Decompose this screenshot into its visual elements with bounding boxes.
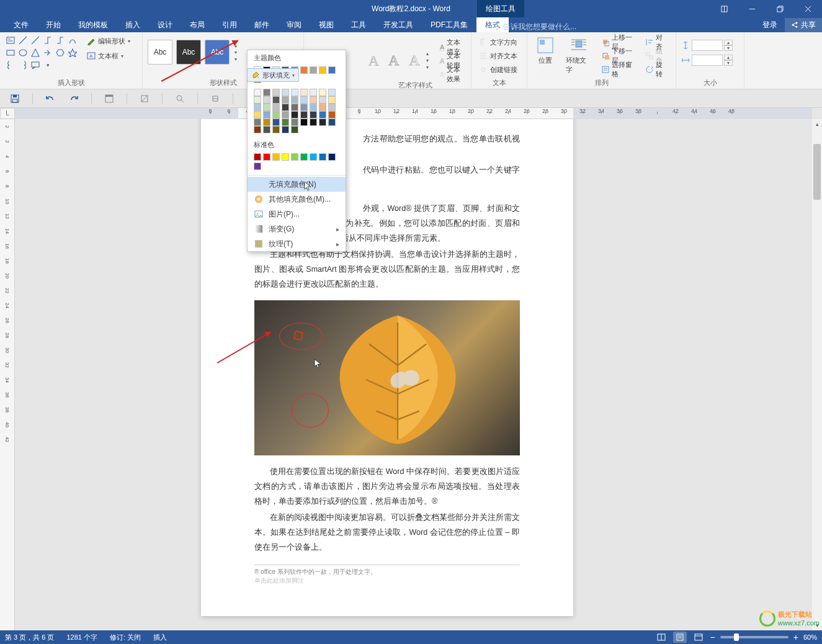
color-swatch[interactable] bbox=[263, 96, 270, 104]
shape-line2-icon[interactable] bbox=[30, 35, 41, 46]
styles-scroll-down[interactable]: ▾ bbox=[235, 50, 237, 55]
color-swatch[interactable] bbox=[272, 104, 280, 111]
tell-me-search[interactable]: 告诉我您想要做什么... bbox=[493, 22, 576, 32]
shape-connector2-icon[interactable] bbox=[55, 35, 66, 46]
position-button[interactable]: 位置 bbox=[532, 35, 558, 76]
color-swatch[interactable] bbox=[282, 126, 289, 133]
more-colors-item[interactable]: 其他填充颜色(M)... bbox=[248, 192, 346, 207]
selection-pane-button[interactable]: 选择窗格 bbox=[599, 63, 639, 76]
color-swatch[interactable] bbox=[254, 119, 261, 126]
color-swatch[interactable] bbox=[300, 153, 308, 161]
color-swatch[interactable] bbox=[319, 119, 326, 126]
styles-more[interactable]: ▾ bbox=[235, 56, 237, 62]
color-swatch[interactable] bbox=[319, 89, 326, 96]
zoom-out-button[interactable]: − bbox=[710, 632, 715, 642]
color-swatch[interactable] bbox=[319, 153, 326, 161]
rotate-button[interactable]: 旋转 bbox=[643, 63, 671, 76]
shape-connector-icon[interactable] bbox=[42, 35, 53, 46]
wa-scroll-down[interactable]: ▾ bbox=[426, 58, 429, 63]
minimize-button[interactable] bbox=[738, 0, 766, 17]
print-preview-button[interactable] bbox=[174, 92, 186, 105]
qat-btn-4[interactable] bbox=[209, 92, 221, 105]
ribbon-options-icon[interactable] bbox=[710, 0, 738, 17]
gradient-fill-item[interactable]: 渐变(G) bbox=[248, 221, 346, 236]
vertical-ruler[interactable]: 224681012141618202224262830323436384042 bbox=[0, 119, 15, 630]
color-swatch[interactable] bbox=[291, 89, 298, 96]
color-swatch[interactable] bbox=[272, 96, 280, 104]
color-swatch[interactable] bbox=[263, 153, 270, 161]
color-swatch[interactable] bbox=[282, 111, 289, 119]
color-swatch[interactable] bbox=[291, 96, 298, 104]
color-swatch[interactable] bbox=[263, 89, 270, 96]
height-down[interactable]: ▾ bbox=[724, 45, 733, 51]
shape-style-1[interactable]: Abc bbox=[148, 40, 172, 65]
color-swatch[interactable] bbox=[282, 153, 289, 161]
height-up[interactable]: ▴ bbox=[724, 40, 733, 45]
color-swatch[interactable] bbox=[300, 66, 308, 74]
save-button[interactable] bbox=[9, 92, 21, 105]
color-swatch[interactable] bbox=[310, 111, 317, 119]
tab-pdf[interactable]: PDF工具集 bbox=[422, 17, 476, 32]
shape-brace-icon[interactable] bbox=[5, 60, 16, 71]
color-swatch[interactable] bbox=[282, 119, 289, 126]
color-swatch[interactable] bbox=[263, 126, 270, 133]
zoom-in-button[interactable]: + bbox=[793, 632, 798, 642]
shape-star-icon[interactable] bbox=[67, 47, 78, 58]
scroll-up-button[interactable]: ▴ bbox=[812, 119, 822, 129]
shape-textbox-icon[interactable] bbox=[5, 35, 16, 46]
color-swatch[interactable] bbox=[263, 119, 270, 126]
login-link[interactable]: 登录 bbox=[755, 18, 785, 32]
document-area[interactable]: 方法帮助您证明您的观点。当您单击联机视频时，可 代码中进行粘贴。您也可以键入一个… bbox=[15, 119, 812, 630]
tab-templates[interactable]: 我的模板 bbox=[69, 17, 117, 32]
color-swatch[interactable] bbox=[328, 111, 336, 119]
view-print-button[interactable] bbox=[673, 632, 687, 643]
qat-btn-2[interactable] bbox=[138, 92, 151, 105]
picture-fill-item[interactable]: 图片(P)... bbox=[248, 207, 346, 221]
color-swatch[interactable] bbox=[272, 89, 280, 96]
status-words[interactable]: 1281 个字 bbox=[66, 633, 97, 642]
color-swatch[interactable] bbox=[328, 66, 336, 74]
tab-review[interactable]: 审阅 bbox=[278, 17, 310, 32]
status-insert[interactable]: 插入 bbox=[153, 633, 167, 642]
zoom-slider[interactable] bbox=[720, 636, 788, 638]
inserted-image[interactable] bbox=[254, 300, 520, 455]
shape-brace2-icon[interactable] bbox=[17, 60, 29, 71]
color-swatch[interactable] bbox=[328, 104, 336, 111]
color-swatch[interactable] bbox=[254, 153, 261, 161]
contextual-tab-drawingtools[interactable]: 绘图工具 bbox=[477, 0, 524, 17]
wordart-style-1[interactable]: A bbox=[365, 48, 382, 73]
color-swatch[interactable] bbox=[263, 111, 270, 119]
color-swatch[interactable] bbox=[319, 104, 326, 111]
color-swatch[interactable] bbox=[254, 126, 261, 133]
status-page[interactable]: 第 3 页，共 6 页 bbox=[5, 633, 54, 642]
shape-line-icon[interactable] bbox=[17, 35, 29, 46]
color-swatch[interactable] bbox=[291, 153, 298, 161]
wordart-style-3[interactable]: A bbox=[406, 48, 422, 73]
shape-gallery[interactable]: ▾ bbox=[5, 35, 79, 71]
shape-rect-icon[interactable] bbox=[5, 47, 16, 58]
texture-fill-item[interactable]: 纹理(T) bbox=[248, 236, 346, 251]
width-input[interactable] bbox=[692, 55, 723, 66]
color-swatch[interactable] bbox=[291, 104, 298, 111]
status-track[interactable]: 修订: 关闭 bbox=[110, 633, 141, 642]
color-swatch[interactable] bbox=[291, 111, 298, 119]
width-down[interactable]: ▾ bbox=[724, 60, 733, 66]
tab-developer[interactable]: 开发工具 bbox=[375, 17, 422, 32]
color-swatch[interactable] bbox=[300, 119, 308, 126]
color-swatch[interactable] bbox=[272, 111, 280, 119]
color-swatch[interactable] bbox=[254, 104, 261, 111]
zoom-thumb[interactable] bbox=[734, 633, 739, 641]
shape-arrow-icon[interactable] bbox=[42, 47, 53, 58]
color-swatch[interactable] bbox=[300, 89, 308, 96]
wa-scroll-up[interactable]: ▴ bbox=[426, 51, 429, 56]
color-swatch[interactable] bbox=[328, 119, 336, 126]
color-swatch[interactable] bbox=[310, 119, 317, 126]
shape-oval-icon[interactable] bbox=[17, 47, 29, 58]
shape-callout-icon[interactable] bbox=[30, 60, 41, 71]
color-swatch[interactable] bbox=[272, 153, 280, 161]
restore-button[interactable] bbox=[766, 0, 794, 17]
color-swatch[interactable] bbox=[310, 96, 317, 104]
color-swatch[interactable] bbox=[263, 104, 270, 111]
horizontal-ruler[interactable]: 8642246810121416182022242628303234363842… bbox=[15, 108, 812, 119]
tab-mailings[interactable]: 邮件 bbox=[246, 17, 278, 32]
